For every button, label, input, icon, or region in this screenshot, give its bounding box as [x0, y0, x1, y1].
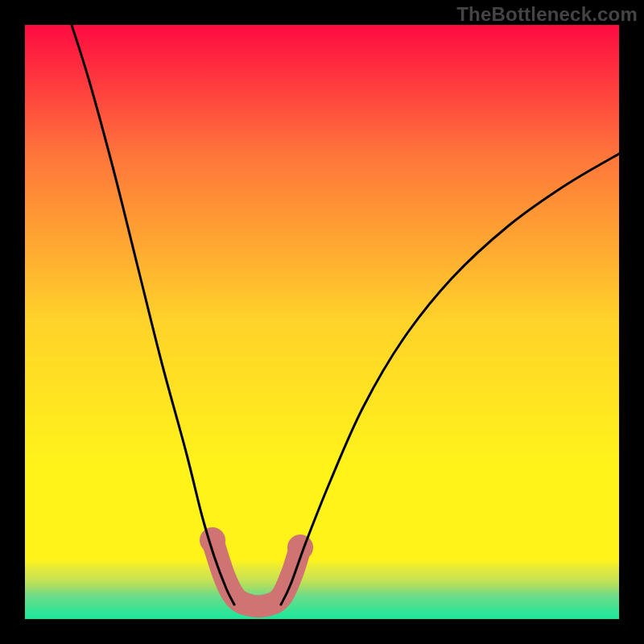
curve-layer [25, 25, 619, 619]
left-branch-curve [72, 25, 234, 605]
plot-area [25, 25, 619, 619]
right-branch-curve [281, 154, 619, 605]
watermark-text: TheBottleneck.com [456, 3, 638, 26]
outer-frame: TheBottleneck.com [0, 0, 644, 644]
